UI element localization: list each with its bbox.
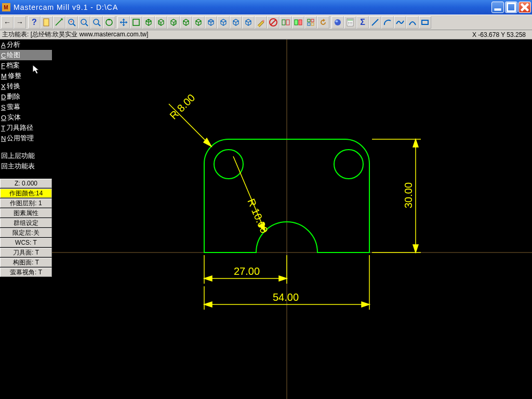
menu-item-t[interactable]: T 刀具路径 (0, 123, 52, 133)
zoom-out-icon[interactable]: - (78, 16, 90, 29)
svg-line-10 (86, 24, 88, 26)
pan-icon[interactable] (117, 16, 130, 29)
repaint-icon[interactable] (103, 16, 115, 29)
toolbar: ← → ? + - Σ (0, 15, 532, 30)
close-button[interactable] (518, 2, 531, 13)
cplane-3d-icon[interactable] (242, 16, 255, 29)
status-color[interactable]: 作图颜色:14 (0, 189, 52, 198)
menu-item-x[interactable]: X 转换 (0, 81, 52, 91)
maximize-button[interactable] (505, 2, 517, 13)
svg-text:+: + (70, 20, 72, 23)
file-button[interactable] (41, 16, 53, 29)
status-tool[interactable]: 刀具面: T (0, 248, 52, 257)
side-menu: A 分析C 绘图F 档案M 修整X 转换D 删除S 萤幕O 实体T 刀具路径N … (0, 39, 52, 277)
toggle-1-icon[interactable] (280, 16, 292, 29)
arc-icon[interactable] (381, 16, 394, 29)
status-cplane[interactable]: 构图面: T (0, 258, 52, 267)
svg-point-31 (350, 22, 351, 23)
toggle-2-icon[interactable] (292, 16, 304, 29)
svg-point-27 (336, 20, 338, 22)
menu-back[interactable]: 回上层功能 (0, 151, 52, 161)
dim-r10-text: R 10.00 (245, 197, 270, 235)
cplane-front-icon[interactable] (217, 16, 230, 29)
gview-top-icon[interactable] (130, 16, 142, 29)
svg-point-32 (351, 22, 352, 23)
titlebar: M Mastercam Mill v9.1 - D:\CA (0, 0, 532, 15)
svg-line-36 (372, 19, 378, 25)
status-layer[interactable]: 作图层别: 1 (0, 198, 52, 208)
shade-icon[interactable] (331, 16, 344, 29)
gview-side-icon[interactable] (167, 16, 180, 29)
dim-30-text: 30.00 (403, 182, 414, 208)
drawing-canvas[interactable]: R 8.00 R 10.00 27.00 54.00 (52, 39, 532, 399)
back-button[interactable]: ← (1, 16, 14, 29)
menu-item-n[interactable]: N 公用管理 (0, 133, 52, 143)
svg-rect-29 (348, 19, 353, 21)
svg-point-35 (351, 23, 352, 24)
status-attr[interactable]: 图素属性 (0, 208, 52, 218)
help-button[interactable]: ? (28, 16, 41, 29)
menu-item-s[interactable]: S 萤幕 (0, 102, 52, 112)
window-title: Mastercam Mill v9.1 - D:\CA (14, 3, 118, 11)
undo-icon[interactable] (317, 16, 329, 29)
svg-rect-15 (133, 19, 139, 25)
menu-item-a[interactable]: A 分析 (0, 39, 52, 50)
svg-line-17 (271, 20, 276, 25)
toggle-3-icon[interactable] (304, 16, 317, 29)
svg-point-12 (94, 19, 99, 24)
app-icon: M (2, 3, 10, 11)
svg-point-26 (335, 19, 341, 25)
draw-icon[interactable] (255, 16, 267, 29)
svg-rect-37 (422, 20, 428, 24)
zoom-window-icon[interactable]: + (65, 16, 78, 29)
coordinate-readout: X -63.678 Y 53.258 (472, 31, 530, 38)
cube-1-icon[interactable] (180, 16, 192, 29)
forward-button[interactable]: → (14, 16, 26, 29)
sigma-icon[interactable]: Σ (356, 16, 369, 29)
svg-line-5 (56, 19, 62, 25)
svg-point-34 (350, 23, 351, 24)
line-icon[interactable] (369, 16, 381, 29)
infobar: 主功能表: [总经销:欣昊实业 www.mastercam.com.tw] X … (0, 30, 532, 39)
status-view[interactable]: 萤幕视角: T (0, 268, 52, 277)
svg-line-7 (73, 24, 75, 26)
menu-item-m[interactable]: M 修整 (0, 71, 52, 81)
menu-item-f[interactable]: F 档案 (0, 60, 52, 71)
svg-point-33 (348, 23, 349, 24)
svg-rect-20 (295, 20, 298, 25)
svg-rect-18 (282, 20, 285, 25)
dim-54-text: 54.00 (273, 291, 299, 303)
minimize-button[interactable] (491, 2, 504, 13)
status-wcs[interactable]: WCS: T (0, 238, 52, 247)
status-limit[interactable]: 限定层:关 (0, 228, 52, 237)
status-z[interactable]: Z: 0.000 (0, 179, 52, 188)
rect-icon[interactable] (419, 16, 431, 29)
svg-rect-1 (507, 3, 515, 11)
drawing-svg: R 8.00 R 10.00 27.00 54.00 (52, 39, 532, 399)
curve-icon[interactable] (406, 16, 419, 29)
gview-front-icon[interactable] (155, 16, 167, 29)
svg-rect-25 (311, 23, 314, 25)
calc-icon[interactable] (344, 16, 356, 29)
cube-2-icon[interactable] (192, 16, 205, 29)
svg-point-30 (348, 22, 349, 23)
status-group[interactable]: 群组设定 (0, 218, 52, 228)
menu-item-o[interactable]: O 实体 (0, 112, 52, 123)
gview-iso-icon[interactable] (142, 16, 155, 29)
svg-rect-4 (44, 19, 49, 26)
dimensions: R 8.00 R 10.00 27.00 54.00 (167, 92, 421, 310)
menu-home[interactable]: 回主功能表 (0, 161, 52, 171)
zoom-fit-icon[interactable] (90, 16, 103, 29)
delete-icon[interactable] (267, 16, 280, 29)
svg-rect-22 (308, 19, 310, 22)
dimension-icon[interactable] (53, 16, 65, 29)
menu-item-d[interactable]: D 删除 (0, 91, 52, 102)
cplane-top-icon[interactable] (205, 16, 217, 29)
svg-rect-19 (286, 20, 289, 25)
svg-rect-24 (308, 23, 310, 25)
menu-item-c[interactable]: C 绘图 (0, 50, 52, 60)
spline-icon[interactable] (394, 16, 406, 29)
cplane-side-icon[interactable] (230, 16, 242, 29)
svg-point-39 (334, 150, 363, 179)
svg-text:-: - (83, 20, 84, 23)
